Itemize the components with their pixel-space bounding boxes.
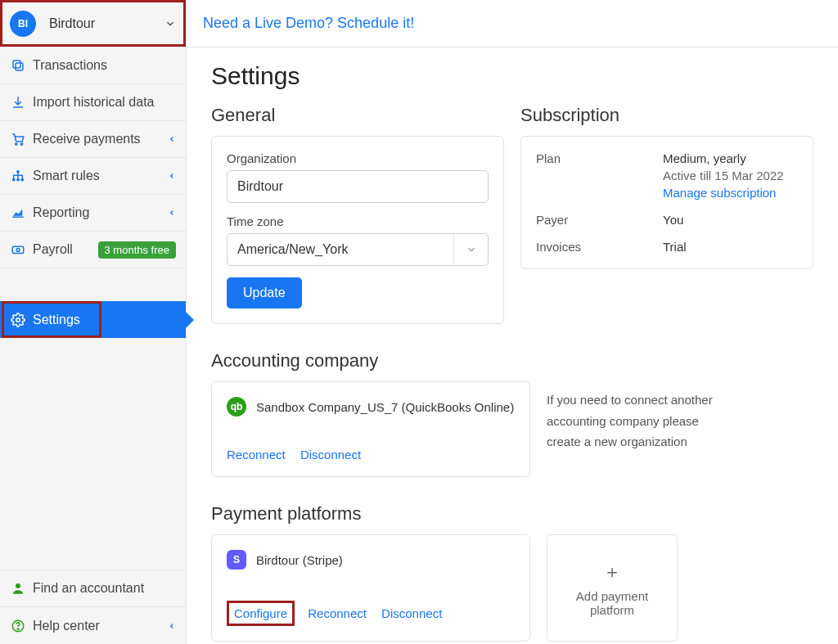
organization-input[interactable] bbox=[227, 170, 489, 203]
svg-point-11 bbox=[16, 583, 20, 588]
section-subscription-heading: Subscription bbox=[520, 105, 813, 126]
subscription-card: Plan Medium, yearly Active till 15 Mar 2… bbox=[520, 136, 813, 269]
sidebar-item-smart-rules[interactable]: Smart rules bbox=[0, 158, 186, 195]
highlight-box: Configure bbox=[227, 601, 295, 626]
payment-reconnect-link[interactable]: Reconnect bbox=[308, 606, 367, 620]
sidebar-item-label: Settings bbox=[33, 313, 176, 327]
sidebar-item-label: Smart rules bbox=[33, 169, 168, 183]
sidebar-item-find-accountant[interactable]: Find an accountant bbox=[0, 570, 186, 607]
manage-subscription-link[interactable]: Manage subscription bbox=[663, 186, 776, 200]
update-button[interactable]: Update bbox=[227, 277, 302, 308]
svg-rect-1 bbox=[13, 61, 20, 68]
section-accounting-heading: Accounting company bbox=[211, 350, 813, 372]
plan-label: Plan bbox=[536, 151, 663, 200]
svg-point-10 bbox=[16, 317, 20, 322]
content: Settings General Organization Time zone … bbox=[187, 47, 838, 644]
chart-area-icon bbox=[10, 205, 26, 220]
svg-point-2 bbox=[16, 143, 17, 145]
accounting-reconnect-link[interactable]: Reconnect bbox=[227, 448, 286, 462]
payment-card: S Birdtour (Stripe) Configure Reconnect … bbox=[211, 534, 530, 642]
sidebar-item-receive-payments[interactable]: Receive payments bbox=[0, 121, 186, 158]
topbar: Need a Live Demo? Schedule it! bbox=[187, 0, 838, 47]
general-card: Organization Time zone America/New_York … bbox=[211, 136, 504, 324]
sidebar-item-label: Help center bbox=[33, 619, 168, 633]
gear-icon bbox=[10, 313, 26, 327]
chevron-down-icon bbox=[453, 234, 488, 265]
section-payment-heading: Payment platforms bbox=[211, 503, 813, 525]
accounting-disconnect-link[interactable]: Disconnect bbox=[300, 448, 361, 462]
copy-icon bbox=[10, 58, 26, 73]
svg-point-7 bbox=[20, 178, 24, 182]
nav-list-bottom: Find an accountant Help center bbox=[0, 570, 186, 644]
svg-rect-8 bbox=[12, 246, 24, 253]
page-title: Settings bbox=[211, 62, 813, 90]
section-general-heading: General bbox=[211, 105, 504, 126]
tz-label: Time zone bbox=[227, 214, 489, 228]
chevron-left-icon bbox=[168, 135, 176, 143]
accounting-company-name: Sandbox Company_US_7 (QuickBooks Online) bbox=[256, 400, 514, 414]
cart-icon bbox=[10, 132, 26, 146]
plan-value: Medium, yearly bbox=[663, 151, 798, 165]
sitemap-icon bbox=[10, 169, 26, 183]
sidebar-item-reporting[interactable]: Reporting bbox=[0, 195, 186, 232]
nav-list-settings: Settings bbox=[0, 301, 186, 338]
org-avatar: BI bbox=[10, 11, 36, 37]
org-switcher[interactable]: BI Birdtour bbox=[0, 0, 186, 47]
svg-point-13 bbox=[17, 628, 19, 630]
sidebar-item-transactions[interactable]: Transactions bbox=[0, 47, 186, 84]
help-icon bbox=[10, 619, 26, 633]
accounting-side-text: If you need to connect another accountin… bbox=[547, 381, 719, 477]
plan-status: Active till 15 Mar 2022 bbox=[663, 169, 798, 182]
invoices-label: Invoices bbox=[536, 240, 663, 254]
schedule-demo-link[interactable]: Need a Live Demo? Schedule it! bbox=[203, 15, 414, 32]
svg-point-6 bbox=[16, 178, 20, 182]
sidebar-item-payroll[interactable]: Payroll 3 months free bbox=[0, 232, 186, 268]
user-icon bbox=[10, 581, 26, 596]
sidebar-item-settings[interactable]: Settings bbox=[0, 301, 186, 338]
chevron-down-icon bbox=[164, 18, 176, 29]
chevron-left-icon bbox=[168, 209, 176, 217]
stripe-icon: S bbox=[227, 550, 246, 570]
quickbooks-icon: qb bbox=[227, 397, 246, 417]
payer-value: You bbox=[663, 213, 798, 227]
payment-platform-name: Birdtour (Stripe) bbox=[256, 553, 343, 567]
main: Need a Live Demo? Schedule it! Settings … bbox=[187, 0, 838, 644]
payroll-badge: 3 months free bbox=[98, 241, 177, 259]
plus-icon: ＋ bbox=[603, 560, 621, 584]
sidebar-item-label: Find an accountant bbox=[33, 581, 176, 596]
sidebar-item-label: Receive payments bbox=[33, 132, 168, 146]
sidebar-item-import[interactable]: Import historical data bbox=[0, 84, 186, 121]
sidebar-item-label: Reporting bbox=[33, 205, 168, 220]
timezone-select[interactable]: America/New_York bbox=[227, 233, 489, 266]
svg-point-4 bbox=[16, 170, 20, 173]
svg-rect-0 bbox=[16, 63, 23, 70]
nav-list: Transactions Import historical data Rece… bbox=[0, 47, 186, 268]
chevron-left-icon bbox=[168, 622, 176, 630]
svg-point-9 bbox=[16, 249, 20, 252]
invoices-value: Trial bbox=[663, 240, 798, 254]
payment-configure-link[interactable]: Configure bbox=[234, 606, 287, 620]
money-icon bbox=[10, 242, 26, 257]
svg-point-5 bbox=[12, 178, 16, 182]
org-label: Organization bbox=[227, 151, 489, 165]
org-name: Birdtour bbox=[49, 16, 164, 31]
sidebar-item-label: Transactions bbox=[33, 58, 176, 73]
sidebar-item-label: Import historical data bbox=[33, 95, 176, 110]
sidebar: BI Birdtour Transactions Import historic… bbox=[0, 0, 187, 644]
payer-label: Payer bbox=[536, 213, 663, 227]
timezone-value: America/New_York bbox=[237, 242, 348, 257]
payment-disconnect-link[interactable]: Disconnect bbox=[381, 606, 442, 620]
chevron-left-icon bbox=[168, 172, 176, 180]
download-icon bbox=[10, 95, 26, 110]
sidebar-item-help[interactable]: Help center bbox=[0, 607, 186, 644]
add-payment-platform-button[interactable]: ＋ Add payment platform bbox=[547, 534, 678, 642]
add-payment-label: Add payment platform bbox=[556, 589, 669, 617]
svg-point-3 bbox=[20, 143, 22, 145]
accounting-card: qb Sandbox Company_US_7 (QuickBooks Onli… bbox=[211, 381, 530, 477]
sidebar-item-label: Payroll bbox=[33, 242, 98, 257]
